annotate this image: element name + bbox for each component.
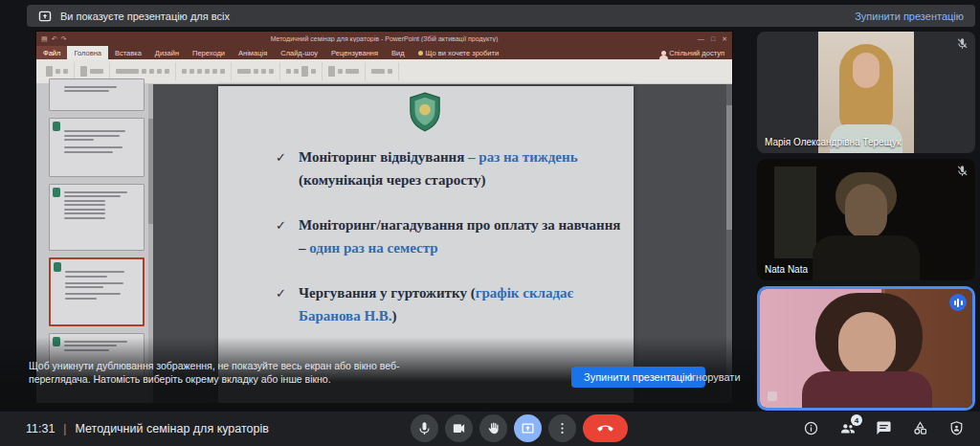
activities-button[interactable] (907, 414, 933, 442)
participant-name: Марія Олександрівна Терещук (765, 137, 901, 147)
bullet-text-highlight: – раз на тиждень (468, 149, 577, 165)
participant-video (818, 32, 914, 153)
tell-me-box[interactable]: Що ви хочете зробити (412, 46, 506, 59)
logo-icon (53, 188, 60, 197)
minimize-icon[interactable]: — (698, 35, 704, 43)
meet-bottom-bar: 11:31 | Методичний семінар для кураторів… (0, 412, 980, 446)
tab-insert[interactable]: Вставка (108, 46, 148, 59)
chat-icon (876, 420, 892, 436)
ribbon-group (232, 62, 280, 80)
slide-thumbnail[interactable] (49, 118, 145, 177)
tab-design[interactable]: Дизайн (148, 46, 186, 59)
participant-video (760, 289, 972, 408)
activities-icon (912, 420, 928, 436)
tab-view[interactable]: Вид (385, 46, 412, 59)
window-title: Методичний семінар для кураторів - Power… (108, 35, 660, 42)
divider: | (63, 422, 66, 435)
meeting-panels: 4 (798, 414, 969, 442)
host-controls-button[interactable] (944, 414, 969, 442)
speaking-indicator-icon (949, 294, 967, 311)
call-controls (411, 414, 628, 442)
stop-presenting-link[interactable]: Зупинити презентацію (855, 11, 964, 22)
ribbon-group (366, 62, 399, 80)
slide-bullet: ✓ Моніторинг/нагадування про оплату за н… (274, 213, 628, 259)
camera-icon (452, 421, 466, 435)
logo-icon (53, 122, 60, 131)
tile-corner-icon (768, 391, 777, 401)
check-bullet-icon: ✓ (276, 146, 286, 169)
toast-line1: Щоб уникнути дублювання зображення, не п… (29, 360, 526, 373)
maximize-icon[interactable]: □ (711, 35, 715, 43)
undo-icon[interactable]: ↶ (52, 35, 57, 43)
powerpoint-title-bar: ▤ ↶ ↷ Методичний семінар для кураторів -… (36, 32, 732, 46)
hand-icon (486, 421, 501, 435)
meeting-details-button[interactable] (798, 414, 824, 442)
participant-video (757, 159, 975, 280)
more-options-button[interactable] (548, 414, 576, 442)
tab-transitions[interactable]: Переходи (186, 46, 232, 59)
tab-animations[interactable]: Анімація (232, 46, 274, 59)
meeting-info: 11:31 | Методичний семінар для кураторів (26, 412, 269, 446)
share-label: Спільний доступ (669, 49, 724, 57)
more-vertical-icon (555, 421, 569, 435)
close-icon[interactable]: ✕ (722, 35, 727, 43)
bullet-text: ) (392, 308, 397, 323)
bullet-text: (комунікація через старосту) (299, 172, 486, 188)
lightbulb-icon (418, 51, 423, 56)
share-button[interactable]: Спільний доступ (654, 46, 732, 59)
slide-bullet: ✓ Моніторинг відвідування – раз на тижде… (274, 145, 628, 191)
meeting-title: Методичний семінар для кураторів (75, 422, 268, 435)
slide-thumbnail[interactable] (49, 184, 145, 251)
toast-line2: переглядача. Натомість виберіть окрему в… (29, 373, 526, 387)
slide-thumbnail-current[interactable] (49, 257, 145, 326)
chat-button[interactable] (871, 414, 897, 442)
camera-button[interactable] (445, 414, 473, 442)
bullet-text: Моніторинг відвідування (299, 149, 468, 165)
stop-presentation-button[interactable]: Зупинити презентацію (571, 367, 705, 388)
slide-bullet-list: ✓ Моніторинг відвідування – раз на тижде… (274, 145, 628, 349)
check-bullet-icon: ✓ (276, 282, 286, 305)
tab-review[interactable]: Рецензування (324, 46, 385, 59)
clock: 11:31 (26, 422, 55, 435)
mic-off-icon (956, 37, 969, 50)
participants-button[interactable]: 4 (835, 414, 860, 442)
participant-tile-3-speaking[interactable] (757, 286, 975, 411)
present-icon (521, 421, 535, 435)
info-icon (803, 420, 819, 436)
slide-thumbnail[interactable] (49, 78, 145, 111)
university-crest-logo (408, 92, 442, 132)
ignore-button[interactable]: Ігнорувати (689, 371, 741, 383)
quick-access-toolbar[interactable]: ▤ ↶ ↷ (41, 35, 108, 43)
participant-tile-1[interactable]: Марія Олександрівна Терещук (757, 32, 975, 153)
present-box-icon (38, 10, 52, 23)
leave-call-button[interactable] (583, 414, 628, 442)
ribbon-group (280, 62, 323, 80)
participants-count-badge: 4 (851, 414, 862, 426)
tab-slideshow[interactable]: Слайд-шоу (274, 46, 324, 59)
shield-icon (948, 420, 965, 436)
present-button-active[interactable] (514, 414, 542, 442)
logo-icon (54, 262, 61, 272)
bullet-text-highlight: один раз на семестр (309, 240, 437, 256)
tab-file[interactable]: Файл (36, 46, 67, 59)
call-end-icon (597, 420, 613, 436)
mic-button[interactable] (411, 414, 438, 442)
raise-hand-button[interactable] (479, 414, 507, 442)
person-icon (661, 51, 666, 56)
toast-message: Щоб уникнути дублювання зображення, не п… (29, 360, 526, 386)
window-controls[interactable]: — □ ✕ (660, 35, 727, 43)
participant-tile-2[interactable]: Nata Nata (757, 159, 975, 280)
presenting-message: Ви показуєте презентацію для всіх (60, 11, 230, 22)
mic-icon (417, 421, 432, 435)
ribbon-tab-bar: Файл Головна Вставка Дизайн Переходи Ані… (36, 46, 732, 59)
tab-home[interactable]: Головна (67, 46, 108, 59)
duplicate-screen-toast: Щоб уникнути дублювання зображення, не п… (29, 360, 756, 398)
tell-me-label: Що ви хочете зробити (426, 49, 500, 57)
participant-name: Nata Nata (765, 264, 808, 275)
slide-bullet: ✓ Чергування у гуртожитку (графік склада… (274, 281, 628, 327)
check-bullet-icon: ✓ (276, 214, 286, 237)
mic-off-icon (956, 165, 969, 177)
redo-icon[interactable]: ↷ (61, 35, 67, 43)
bullet-text: Чергування у гуртожитку ( (299, 285, 476, 301)
save-icon[interactable]: ▤ (41, 35, 48, 43)
